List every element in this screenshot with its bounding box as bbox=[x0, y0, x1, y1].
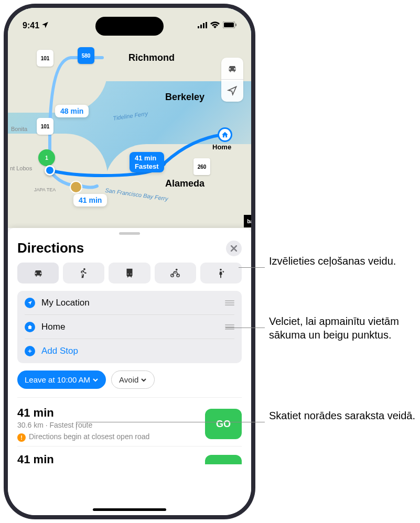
warning-icon: ! bbox=[17, 433, 26, 442]
callout-drag: Velciet, lai apmainītu vietām sākuma un … bbox=[269, 314, 420, 342]
highway-shield-260: 260 bbox=[193, 158, 210, 175]
battery-icon bbox=[223, 21, 236, 30]
wifi-icon bbox=[210, 21, 220, 30]
car-icon bbox=[33, 267, 44, 279]
route-badge-alt2[interactable]: 41 min bbox=[73, 194, 107, 206]
rideshare-icon bbox=[215, 267, 227, 279]
map-label-japa: JAPA TEA bbox=[34, 187, 56, 192]
route-badge-sub: Fastest bbox=[135, 162, 159, 170]
transport-drive-button[interactable] bbox=[17, 263, 59, 284]
transport-transit-button[interactable] bbox=[109, 263, 150, 284]
callout-transport: Izvēlieties ceļošanas veidu. bbox=[269, 254, 396, 268]
car-icon bbox=[227, 63, 238, 74]
close-icon bbox=[231, 245, 237, 252]
waypoint-end-label: Home bbox=[41, 322, 219, 332]
walk-icon bbox=[78, 267, 90, 279]
add-stop-label: Add Stop bbox=[41, 346, 234, 356]
svg-rect-3 bbox=[206, 22, 207, 28]
map-view[interactable]: Richmond Berkeley Alameda Tideline Ferry… bbox=[8, 8, 251, 228]
cellular-icon bbox=[198, 21, 207, 30]
transport-rideshare-button[interactable] bbox=[200, 263, 242, 284]
svg-rect-6 bbox=[235, 24, 236, 26]
svg-point-7 bbox=[83, 268, 85, 270]
svg-point-10 bbox=[176, 269, 178, 271]
dynamic-island bbox=[95, 17, 164, 36]
home-icon bbox=[221, 131, 229, 138]
sheet-grabber[interactable] bbox=[119, 232, 140, 235]
location-icon bbox=[25, 298, 35, 308]
svg-rect-0 bbox=[198, 26, 199, 28]
route-badge-time: 41 min bbox=[135, 154, 156, 162]
transport-mode-row bbox=[17, 263, 242, 284]
tracking-button[interactable] bbox=[221, 80, 243, 102]
interstate-shield-580: 580 bbox=[78, 47, 94, 64]
route-options-row: Leave at 10:00 AM Avoid bbox=[17, 371, 242, 389]
map-label-bonita: Bonita bbox=[11, 126, 27, 132]
go-button[interactable] bbox=[205, 455, 242, 464]
callout-line bbox=[76, 422, 265, 422]
drag-handle[interactable] bbox=[225, 323, 234, 331]
waypoint-start-label: My Location bbox=[41, 298, 219, 308]
route-note: Directions begin at closest open road bbox=[29, 432, 149, 441]
chevron-down-icon bbox=[141, 377, 147, 383]
poi-icon[interactable] bbox=[70, 181, 82, 193]
phone-screen: 9:41 Richmond Berkeley bbox=[8, 8, 251, 515]
callout-list: Skatiet norādes saraksta veidā. bbox=[269, 409, 415, 422]
leave-time-button[interactable]: Leave at 10:00 AM bbox=[17, 371, 106, 389]
map-label-lobos: nt Lobos bbox=[10, 165, 32, 171]
close-button[interactable] bbox=[226, 241, 242, 256]
avoid-button[interactable]: Avoid bbox=[111, 371, 155, 389]
map-label-richmond: Richmond bbox=[128, 52, 175, 63]
home-pin[interactable] bbox=[218, 127, 232, 142]
transport-cycle-button[interactable] bbox=[155, 263, 196, 284]
home-indicator[interactable] bbox=[93, 508, 166, 511]
route-badge-alt1[interactable]: 48 min bbox=[55, 105, 89, 117]
waypoint-start-row[interactable]: My Location bbox=[25, 291, 234, 315]
route-badge-primary[interactable]: 41 min Fastest bbox=[130, 152, 164, 172]
start-location-pin[interactable] bbox=[45, 165, 55, 176]
svg-rect-1 bbox=[200, 25, 202, 28]
phone-frame: 9:41 Richmond Berkeley bbox=[4, 4, 255, 519]
map-label-alameda: Alameda bbox=[165, 178, 204, 189]
location-services-icon bbox=[41, 21, 49, 30]
highway-shield-101: 101 bbox=[37, 118, 53, 135]
directions-sheet[interactable]: Directions My Location bbox=[8, 228, 251, 515]
waypoint-end-row[interactable]: Home bbox=[25, 315, 234, 339]
map-controls bbox=[221, 58, 243, 102]
status-time: 9:41 bbox=[23, 21, 39, 30]
chevron-down-icon bbox=[92, 377, 99, 383]
transport-walk-button[interactable] bbox=[63, 263, 104, 284]
sheet-title: Directions bbox=[17, 240, 84, 256]
map-label-berkeley: Berkeley bbox=[165, 92, 204, 103]
plus-icon bbox=[25, 346, 35, 356]
bart-icon: ba bbox=[244, 215, 251, 227]
go-button[interactable]: GO bbox=[205, 409, 242, 439]
location-arrow-icon bbox=[227, 85, 238, 96]
leave-time-label: Leave at 10:00 AM bbox=[25, 375, 90, 384]
transport-mode-button[interactable] bbox=[221, 58, 243, 80]
callout-line bbox=[225, 328, 265, 328]
bicycle-icon bbox=[169, 267, 181, 279]
callout-line bbox=[76, 422, 77, 430]
route-time: 41 min bbox=[17, 453, 54, 466]
home-icon bbox=[25, 322, 35, 332]
highway-shield-1: 1 bbox=[38, 149, 55, 166]
transit-icon bbox=[124, 267, 135, 279]
route-card-2[interactable]: 41 min bbox=[17, 446, 242, 473]
svg-point-11 bbox=[220, 269, 222, 271]
svg-rect-2 bbox=[203, 23, 204, 28]
route-time: 41 min bbox=[17, 406, 149, 420]
drag-handle[interactable] bbox=[225, 299, 234, 307]
waypoints-list: My Location Home Add Stop bbox=[17, 291, 242, 363]
add-stop-row[interactable]: Add Stop bbox=[25, 339, 234, 363]
svg-rect-5 bbox=[224, 23, 234, 27]
highway-shield-101: 101 bbox=[37, 50, 53, 67]
home-pin-label: Home bbox=[212, 143, 231, 151]
callout-line bbox=[239, 267, 265, 268]
avoid-label: Avoid bbox=[119, 375, 138, 384]
